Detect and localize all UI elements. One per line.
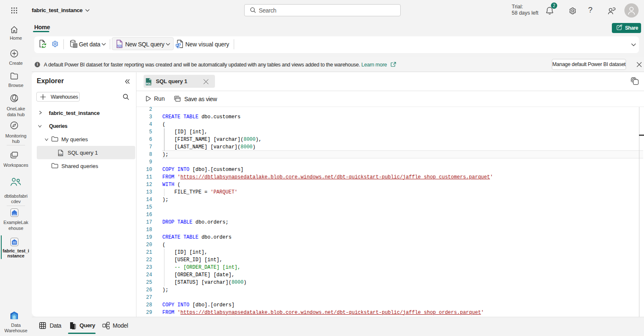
svg-text:SQL: SQL	[58, 153, 63, 156]
svg-text:SQL: SQL	[117, 44, 122, 48]
svg-text:SQL: SQL	[146, 82, 152, 84]
